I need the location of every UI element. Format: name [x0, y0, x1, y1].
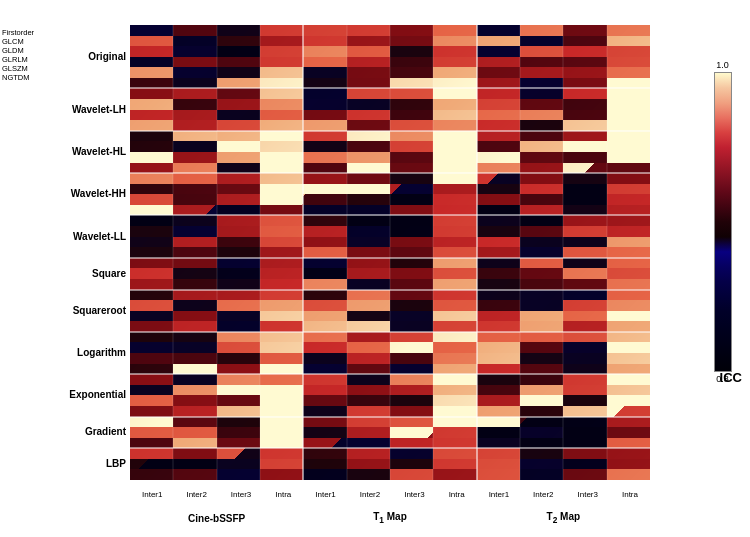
row-label-squareroot: Squareroot — [73, 305, 126, 317]
row-label-wavelet-lh: Wavelet-LH — [72, 104, 126, 116]
row-label-original: Original — [88, 51, 126, 63]
col-sublabel-t1-inter2: Inter2 — [360, 490, 380, 499]
col-sublabel-t2-inter2: Inter2 — [533, 490, 553, 499]
col-sublabel-t2-intra: Intra — [622, 490, 638, 499]
row-group-wavelet-hl: Wavelet-HL — [0, 131, 130, 173]
col-subgroup-t2: Inter1 Inter2 Inter3 Intra — [477, 490, 650, 499]
col-sublabel-t1-inter1: Inter1 — [315, 490, 335, 499]
row-group-logarithm: Logarithm — [0, 332, 130, 374]
column-sublabels-row: Inter1 Inter2 Inter3 Intra Inter1 Inter2… — [130, 482, 650, 507]
row-label-gradient: Gradient — [85, 426, 126, 438]
row-label-logarithm: Logarithm — [77, 347, 126, 359]
col-sublabel-t2-inter3: Inter3 — [578, 490, 598, 499]
col-sublabel-t2-inter1: Inter1 — [489, 490, 509, 499]
col-sublabel-t1-intra: Intra — [449, 490, 465, 499]
chart-container: Firstorder GLCM GLDM GLRLM GLSZM NGTDM O… — [0, 0, 750, 537]
colorbar-area: 1.0 0.8 — [705, 60, 740, 400]
col-subgroup-cine: Inter1 Inter2 Inter3 Intra — [130, 490, 303, 499]
row-labels-container: Original Wavelet-LH Wavelet-HL Wavelet-H… — [0, 25, 130, 480]
col-sublabel-cine-inter2: Inter2 — [186, 490, 206, 499]
row-label-wavelet-hh: Wavelet-HH — [71, 188, 126, 200]
column-group-labels-row: Cine-bSSFP T1 Map T2 Map — [130, 509, 650, 527]
row-label-exponential: Exponential — [69, 389, 126, 401]
heatmap-canvas — [130, 25, 650, 480]
row-group-wavelet-ll: Wavelet-LL — [0, 215, 130, 257]
col-sublabel-t1-inter3: Inter3 — [404, 490, 424, 499]
column-labels-area: Inter1 Inter2 Inter3 Intra Inter1 Inter2… — [130, 482, 650, 537]
row-group-wavelet-lh: Wavelet-LH — [0, 88, 130, 130]
colorbar-max-label: 1.0 — [716, 60, 729, 70]
row-label-square: Square — [92, 268, 126, 280]
col-sublabel-cine-inter1: Inter1 — [142, 490, 162, 499]
col-group-t2: T2 Map — [477, 511, 650, 525]
row-group-lbp: LBP — [0, 448, 130, 480]
col-subgroup-t1: Inter1 Inter2 Inter3 Intra — [303, 490, 476, 499]
row-group-gradient: Gradient — [0, 417, 130, 449]
colorbar-gradient — [714, 72, 732, 372]
row-group-exponential: Exponential — [0, 374, 130, 416]
row-label-lbp: LBP — [106, 458, 126, 470]
col-sublabel-cine-intra: Intra — [275, 490, 291, 499]
row-group-wavelet-hh: Wavelet-HH — [0, 173, 130, 215]
row-group-square: Square — [0, 258, 130, 290]
row-group-squareroot: Squareroot — [0, 290, 130, 332]
col-group-t1: T1 Map — [303, 511, 476, 525]
col-group-cine: Cine-bSSFP — [130, 513, 303, 524]
icc-title-label: ICC — [720, 370, 742, 385]
row-label-wavelet-hl: Wavelet-HL — [72, 146, 126, 158]
row-label-wavelet-ll: Wavelet-LL — [73, 231, 126, 243]
row-group-original: Original — [0, 25, 130, 88]
col-sublabel-cine-inter3: Inter3 — [231, 490, 251, 499]
heatmap-container — [130, 25, 650, 480]
